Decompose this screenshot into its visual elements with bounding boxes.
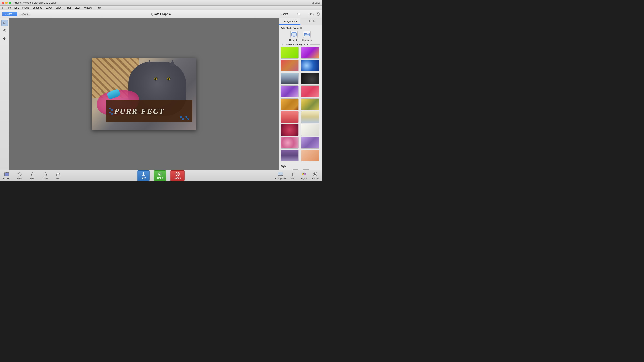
refresh-icon[interactable]: ↺	[300, 26, 302, 29]
bg-thumb-flowers[interactable]	[301, 98, 319, 110]
share-button[interactable]: Share	[19, 12, 30, 16]
titlebar-right: Tue 08:20	[310, 1, 320, 4]
close-button[interactable]	[2, 1, 4, 4]
done-button[interactable]: Done	[154, 170, 166, 181]
bg-thumb-white-texture[interactable]	[301, 124, 319, 136]
bg-thumb-extra1[interactable]	[301, 150, 319, 161]
menu-select[interactable]: Select	[54, 6, 64, 10]
bg-thumb-sunset[interactable]	[280, 60, 299, 71]
svg-rect-13	[57, 173, 60, 174]
create-button[interactable]: Create ▼	[2, 12, 17, 16]
canvas-area[interactable]: 🐾 🐾 PURR-FECT 🐾 🐾 ✛	[9, 18, 279, 170]
canvas-wrapper: 🐾 🐾 PURR-FECT 🐾 🐾 ✛	[92, 58, 196, 130]
reset-icon	[16, 171, 23, 177]
menu-help[interactable]: Help	[94, 6, 102, 10]
cat-ear-left	[146, 60, 152, 66]
computer-icon	[290, 31, 298, 38]
add-photo-title: Add Photo From ↺	[280, 26, 320, 29]
bg-thumb-beach[interactable]	[301, 111, 319, 123]
photo-bin-label: Photo Bin	[2, 178, 11, 180]
app-title: Adobe Photoshop Elements 2021 Editor	[14, 1, 56, 4]
save-button[interactable]: Save	[137, 170, 150, 181]
svg-rect-10	[5, 172, 6, 173]
computer-source-btn[interactable]: Computer	[289, 31, 299, 41]
bottom-bar: Photo Bin Reset Undo	[0, 170, 322, 181]
svg-rect-14	[57, 175, 60, 176]
bg-thumb-blue-bokeh[interactable]	[301, 60, 319, 71]
svg-rect-4	[293, 36, 295, 37]
fullscreen-button[interactable]	[9, 1, 11, 4]
photo-bin-tool[interactable]: Photo Bin	[2, 171, 11, 180]
zoom-slider[interactable]	[290, 14, 306, 14]
svg-point-15	[59, 174, 60, 175]
organizer-label: Organizer	[302, 39, 312, 41]
menu-edit[interactable]: Edit	[13, 6, 20, 10]
titlebar: Adobe Photoshop Elements 2021 Editor Tue…	[0, 0, 322, 6]
cancel-label: Cancel	[174, 177, 181, 179]
print-icon	[55, 171, 62, 177]
styles-tool[interactable]: Styles	[300, 171, 308, 180]
done-label: Done	[157, 177, 163, 179]
bg-thumb-dark-sparkle[interactable]	[301, 73, 319, 84]
photo-source-row: Computer Organizer	[280, 31, 320, 41]
cancel-button[interactable]: Cancel	[170, 170, 184, 181]
menu-file[interactable]: File	[5, 6, 12, 10]
reset-label: Reset	[17, 178, 22, 180]
tab-effects[interactable]: Effects	[300, 18, 322, 24]
bg-thumb-pink-gradient[interactable]	[301, 85, 319, 97]
zoom-value: 58%	[309, 13, 314, 15]
redo-tool[interactable]: Redo	[41, 171, 50, 180]
zoom-handle[interactable]	[298, 13, 300, 15]
help-button[interactable]: ?	[316, 12, 320, 16]
bg-thumb-pink-horizon[interactable]	[280, 111, 299, 123]
svg-point-26	[304, 173, 306, 175]
reset-tool[interactable]: Reset	[15, 171, 24, 180]
move-tool[interactable]	[2, 35, 8, 41]
photo-bin-icon	[4, 171, 10, 177]
bg-thumb-purple-flowers[interactable]	[280, 150, 299, 161]
right-tabs: Backgrounds Effects	[279, 18, 322, 25]
bg-thumb-golden[interactable]	[280, 98, 299, 110]
text-tool[interactable]: Text	[288, 171, 297, 180]
bg-thumb-pink-bokeh[interactable]	[280, 137, 299, 149]
menu-enhance[interactable]: Enhance	[31, 6, 44, 10]
quote-banner: 🐾 🐾 PURR-FECT 🐾 🐾	[106, 100, 192, 122]
bg-thumb-violet[interactable]	[280, 85, 299, 97]
menu-apple[interactable]: 	[1, 6, 5, 10]
menu-image[interactable]: Image	[20, 6, 30, 10]
menubar:  File Edit Image Enhance Layer Select F…	[0, 6, 322, 10]
bg-thumb-mountains[interactable]	[280, 73, 299, 84]
add-photo-section: Add Photo From ↺ Computer	[280, 26, 320, 41]
cat-eyes	[149, 76, 176, 82]
menu-filter[interactable]: Filter	[64, 6, 73, 10]
menu-layer[interactable]: Layer	[44, 6, 53, 10]
choose-bg-title: Or Choose a Background	[280, 43, 320, 46]
bg-thumb-purple[interactable]	[301, 47, 319, 58]
svg-rect-2	[292, 32, 296, 36]
minimize-button[interactable]	[5, 1, 8, 4]
bg-thumb-lime[interactable]	[280, 47, 299, 58]
undo-tool[interactable]: Undo	[28, 171, 37, 180]
text-icon	[290, 171, 296, 177]
undo-label: Undo	[30, 178, 35, 180]
bg-thumb-rose[interactable]	[280, 124, 299, 136]
menu-view[interactable]: View	[73, 6, 82, 10]
cancel-btn-container: Cancel	[170, 170, 184, 181]
save-btn-container: Save	[137, 170, 150, 181]
tab-backgrounds[interactable]: Backgrounds	[279, 18, 300, 24]
background-tool[interactable]: Background	[275, 171, 286, 180]
zoom-label: Zoom:	[281, 13, 288, 15]
organizer-source-btn[interactable]: Organizer	[302, 31, 312, 41]
right-panel: Backgrounds Effects Add Photo From ↺	[279, 18, 322, 170]
svg-rect-3	[293, 36, 295, 36]
search-tool[interactable]	[2, 20, 8, 26]
bg-thumb-lavender[interactable]	[301, 137, 319, 149]
menu-window[interactable]: Window	[82, 6, 94, 10]
traffic-lights	[2, 1, 11, 4]
animate-tool[interactable]: Animate	[311, 171, 320, 180]
hand-tool[interactable]	[2, 27, 8, 34]
quote-text: PURR-FECT	[114, 107, 164, 116]
print-tool[interactable]: Print	[54, 171, 63, 180]
redo-label: Redo	[43, 178, 48, 180]
background-label: Background	[275, 178, 286, 180]
